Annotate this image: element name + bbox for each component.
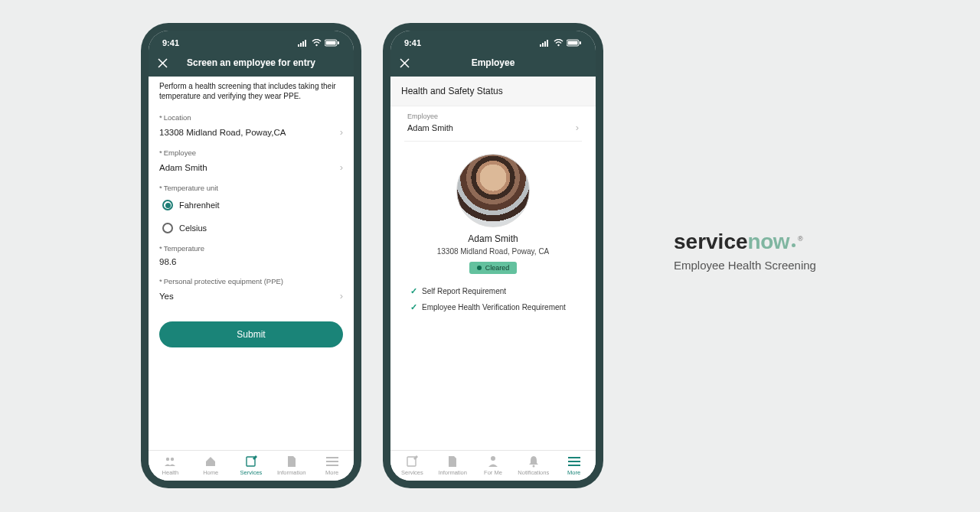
tab-label: Information	[438, 469, 467, 476]
tab-label: For Me	[484, 469, 502, 476]
divider	[404, 141, 582, 142]
tab-label: Notifications	[518, 469, 549, 476]
svg-rect-7	[338, 41, 339, 44]
status-icons	[298, 39, 340, 47]
svg-point-27	[491, 456, 495, 461]
person-icon	[487, 455, 499, 468]
svg-rect-1	[300, 43, 302, 47]
svg-rect-18	[544, 41, 546, 47]
requirement-label: Employee Health Verification Requirement	[422, 303, 566, 311]
edit-icon	[245, 455, 257, 468]
tab-notifications[interactable]: Notifications	[513, 455, 554, 476]
close-icon[interactable]	[398, 57, 410, 69]
chevron-right-icon: ›	[576, 122, 579, 133]
tab-bar: Services Information For Me Notification…	[390, 450, 596, 481]
temperature-value: 98.6	[159, 257, 176, 266]
tab-label: More	[325, 469, 338, 476]
tab-bar: Health Home Services Information More	[149, 450, 354, 481]
location-label: Location	[149, 109, 354, 123]
page-title: Employee	[472, 57, 515, 68]
tab-services[interactable]: Services	[231, 455, 272, 476]
tab-label: Home	[203, 469, 218, 476]
svg-rect-19	[547, 40, 548, 47]
status-time: 9:41	[162, 38, 179, 47]
avatar-container	[390, 154, 596, 227]
requirement-label: Self Report Requirement	[422, 287, 506, 295]
ppe-picker[interactable]: Yes ›	[149, 287, 354, 308]
svg-rect-3	[305, 40, 306, 47]
servicenow-logo: servicenow®	[674, 230, 816, 254]
status-body[interactable]: Health and Safety Status Employee Adam S…	[390, 77, 596, 450]
employee-picker[interactable]: Adam Smith ›	[390, 120, 596, 141]
branding: servicenow® Employee Health Screening	[674, 230, 816, 272]
title-bar: Employee	[390, 52, 596, 77]
signal-icon	[298, 39, 309, 47]
battery-icon	[325, 39, 340, 47]
ppe-label: Personal protective equipment (PPE)	[149, 272, 354, 287]
signal-icon	[540, 39, 550, 47]
radio-fahrenheit[interactable]: Fahrenheit	[149, 194, 354, 217]
tab-home[interactable]: Home	[191, 455, 231, 476]
phone-employee-status: 9:41 Employee Health and Safety Status E…	[383, 23, 603, 488]
radio-unselected-icon	[162, 223, 173, 233]
screen: 9:41 Employee Health and Safety Status E…	[390, 31, 596, 481]
svg-rect-16	[540, 44, 541, 47]
wifi-icon	[554, 39, 564, 47]
tab-more[interactable]: More	[312, 455, 352, 476]
logo-dot-icon	[792, 243, 795, 247]
radio-celsius[interactable]: Celsius	[149, 217, 354, 240]
employee-value: Adam Smith	[407, 123, 453, 132]
employee-label: Employee	[149, 144, 354, 158]
edit-icon	[406, 455, 418, 468]
branding-subtitle: Employee Health Screening	[674, 259, 816, 272]
svg-point-20	[557, 44, 559, 46]
close-icon[interactable]	[156, 57, 168, 69]
svg-rect-31	[568, 465, 580, 466]
status-icons	[540, 39, 582, 47]
status-bar: 9:41	[390, 31, 596, 52]
chevron-right-icon: ›	[340, 161, 343, 173]
svg-point-4	[315, 44, 317, 46]
ppe-value: Yes	[159, 292, 340, 301]
employee-picker[interactable]: Adam Smith ›	[149, 158, 354, 179]
location-picker[interactable]: 13308 Midland Road, Poway,CA ›	[149, 123, 354, 144]
radio-fahrenheit-label: Fahrenheit	[179, 201, 220, 210]
people-icon	[164, 455, 176, 468]
form-description: Perform a health screening that includes…	[149, 77, 354, 109]
tab-information[interactable]: Information	[433, 455, 473, 476]
location-value: 13308 Midland Road, Poway,CA	[159, 128, 340, 137]
title-bar: Screen an employee for entry	[149, 52, 354, 77]
employee-field-label: Employee	[390, 106, 596, 120]
submit-button[interactable]: Submit	[159, 321, 343, 347]
document-icon	[286, 455, 298, 468]
employee-name: Adam Smith	[390, 233, 596, 244]
tab-label: Health	[162, 469, 179, 476]
chevron-right-icon: ›	[340, 290, 343, 302]
chevron-right-icon: ›	[340, 126, 343, 138]
status-bar: 9:41	[149, 31, 354, 52]
form-body[interactable]: Perform a health screening that includes…	[149, 77, 354, 450]
tab-information[interactable]: Information	[271, 455, 312, 476]
tab-services[interactable]: Services	[392, 455, 433, 476]
page-title: Screen an employee for entry	[187, 57, 315, 68]
tab-more[interactable]: More	[554, 455, 594, 476]
tab-for-me[interactable]: For Me	[473, 455, 514, 476]
employee-value: Adam Smith	[159, 163, 340, 172]
svg-rect-15	[326, 465, 338, 466]
status-time: 9:41	[404, 38, 421, 47]
registered-icon: ®	[798, 235, 803, 243]
phone-screening-form: 9:41 Screen an employee for entry Perfor…	[141, 23, 361, 488]
check-icon: ✓	[410, 302, 417, 312]
screen: 9:41 Screen an employee for entry Perfor…	[149, 31, 354, 481]
card-title: Health and Safety Status	[390, 77, 596, 106]
temperature-input[interactable]: 98.6	[149, 254, 354, 272]
submit-label: Submit	[237, 329, 265, 340]
requirement-item: ✓ Self Report Requirement	[410, 283, 576, 299]
svg-rect-2	[302, 41, 304, 47]
avatar	[456, 154, 530, 227]
tab-health[interactable]: Health	[150, 455, 191, 476]
employee-address: 13308 Midland Road, Poway, CA	[390, 247, 596, 256]
svg-rect-29	[568, 457, 580, 458]
status-badge-label: Cleared	[485, 264, 510, 272]
svg-rect-30	[568, 461, 580, 462]
